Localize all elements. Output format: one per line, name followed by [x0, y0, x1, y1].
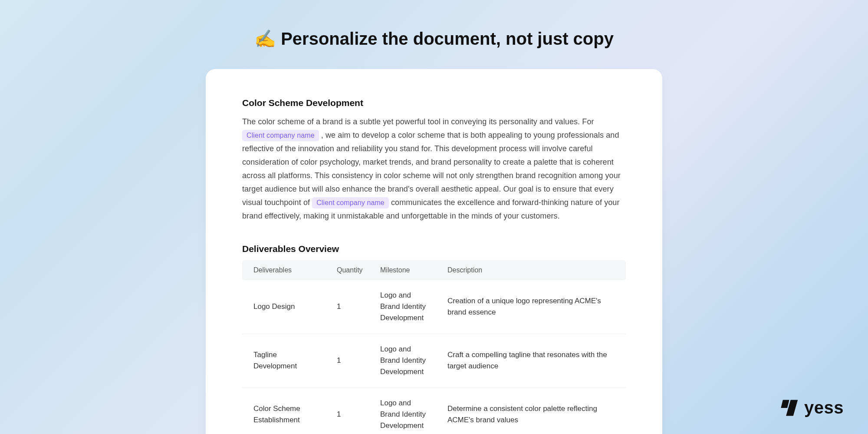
table-row: Logo Design 1 Logo and Brand Identity De…	[242, 280, 626, 334]
page-title: ✍️ Personalize the document, not just co…	[0, 0, 868, 49]
cell-description: Craft a compelling tagline that resonate…	[440, 334, 626, 388]
col-header-quantity: Quantity	[329, 260, 372, 280]
cell-description: Creation of a unique logo representing A…	[440, 280, 626, 334]
client-name-token[interactable]: Client company name	[242, 130, 319, 141]
cell-deliverable: Logo Design	[242, 280, 329, 334]
cell-deliverable: Tagline Development	[242, 334, 329, 388]
table-row: Tagline Development 1 Logo and Brand Ide…	[242, 334, 626, 388]
cell-description: Determine a consistent color palette ref…	[440, 388, 626, 434]
col-header-deliverables: Deliverables	[242, 260, 329, 280]
page-title-text: Personalize the document, not just copy	[281, 29, 614, 48]
cell-deliverable: Color Scheme Establishment	[242, 388, 329, 434]
section-heading-deliverables: Deliverables Overview	[242, 244, 626, 254]
para-text: The color scheme of a brand is a subtle …	[242, 117, 594, 126]
cell-milestone: Logo and Brand Identity Development	[372, 334, 440, 388]
table-header-row: Deliverables Quantity Milestone Descript…	[242, 260, 626, 280]
document-card: Color Scheme Development The color schem…	[206, 69, 662, 434]
section-body-color-scheme: The color scheme of a brand is a subtle …	[242, 115, 626, 223]
cell-quantity: 1	[329, 280, 372, 334]
writing-hand-icon: ✍️	[254, 29, 276, 48]
col-header-description: Description	[440, 260, 626, 280]
cell-milestone: Logo and Brand Identity Development	[372, 280, 440, 334]
table-row: Color Scheme Establishment 1 Logo and Br…	[242, 388, 626, 434]
brand-wordmark: yess	[804, 398, 844, 417]
cell-quantity: 1	[329, 334, 372, 388]
brand-logo: yess	[780, 398, 844, 417]
cell-milestone: Logo and Brand Identity Development	[372, 388, 440, 434]
brand-mark-icon	[780, 398, 800, 417]
col-header-milestone: Milestone	[372, 260, 440, 280]
para-text: , we aim to develop a color scheme that …	[242, 131, 621, 207]
client-name-token[interactable]: Client company name	[312, 197, 389, 209]
deliverables-table: Deliverables Quantity Milestone Descript…	[242, 260, 626, 434]
section-heading-color-scheme: Color Scheme Development	[242, 98, 626, 108]
cell-quantity: 1	[329, 388, 372, 434]
